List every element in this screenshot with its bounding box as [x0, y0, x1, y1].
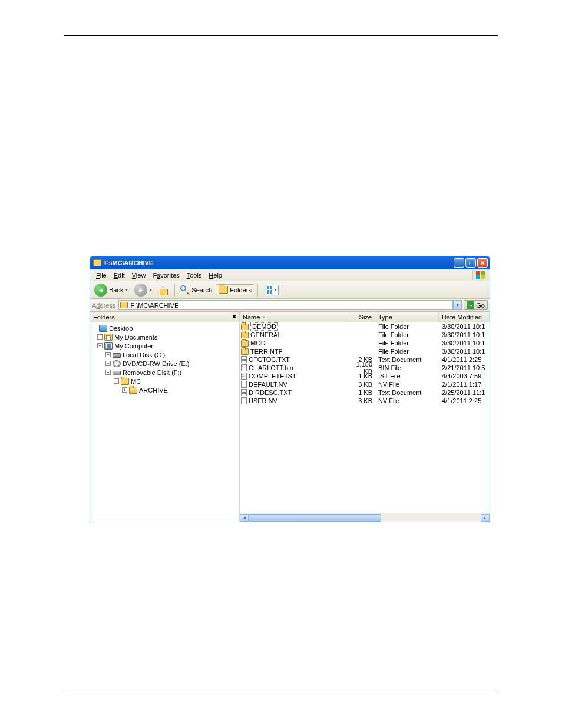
documents-icon: [104, 334, 113, 341]
menu-file[interactable]: File: [92, 271, 110, 280]
generic-icon: [241, 381, 247, 388]
views-button[interactable]: ▼: [261, 284, 281, 297]
file-name: USER.NV: [249, 397, 277, 404]
minimize-button[interactable]: _: [454, 258, 464, 268]
menu-edit[interactable]: Edit: [110, 271, 128, 280]
close-pane-button[interactable]: ✕: [232, 313, 237, 321]
cd-icon: [113, 360, 121, 367]
folder-icon: [241, 324, 249, 330]
views-icon: ▼: [266, 285, 279, 295]
bin-icon: [241, 373, 247, 380]
file-row[interactable]: DEMODFile Folder3/30/2011 10:1: [240, 322, 490, 331]
tree-mc-folder[interactable]: − MC: [91, 377, 238, 386]
window-title: F:\MC\ARCHIVE: [104, 259, 452, 266]
back-arrow-icon: ◄: [94, 284, 107, 297]
maximize-button[interactable]: □: [465, 258, 476, 268]
folder-icon: [120, 302, 128, 308]
tree-dvd-drive[interactable]: + DVD/CD-RW Drive (E:): [91, 359, 238, 368]
tree-mydocuments[interactable]: + My Documents: [91, 332, 238, 341]
folders-icon: [219, 286, 228, 294]
go-arrow-icon: →: [467, 301, 474, 309]
file-row[interactable]: MODFile Folder3/30/2011 10:1: [240, 339, 490, 347]
separator: [257, 284, 258, 297]
file-row[interactable]: TERRINTFFile Folder3/30/2011 10:1: [240, 347, 490, 355]
desktop-icon: [99, 325, 107, 332]
column-date[interactable]: Date Modified: [439, 312, 490, 322]
chevron-down-icon: ▼: [124, 288, 128, 292]
svg-rect-1: [481, 271, 485, 275]
svg-rect-3: [481, 275, 485, 279]
explorer-window: F:\MC\ARCHIVE _ □ ✕ File Edit View Favor…: [90, 256, 490, 522]
column-name[interactable]: Name ▲: [240, 312, 349, 322]
bin-icon: [241, 364, 247, 371]
file-name: MOD: [250, 340, 266, 347]
file-name: DEMOD: [250, 322, 278, 331]
file-row[interactable]: USER.NV3 KBNV File4/1/2011 2:25: [240, 397, 490, 405]
titlebar[interactable]: F:\MC\ARCHIVE _ □ ✕: [90, 256, 490, 269]
address-dropdown[interactable]: ▼: [453, 300, 462, 310]
menu-view[interactable]: View: [128, 271, 150, 280]
generic-icon: [241, 397, 247, 404]
forward-button[interactable]: ► ▼: [132, 282, 155, 298]
tree-removable-f[interactable]: − Removable Disk (F:): [91, 368, 238, 377]
menu-help[interactable]: Help: [205, 271, 226, 280]
file-row[interactable]: GENERALFile Folder3/30/2011 10:1: [240, 331, 490, 339]
column-type[interactable]: Type: [375, 312, 439, 322]
menubar: File Edit View Favorites Tools Help: [90, 269, 490, 281]
go-button[interactable]: → Go: [464, 300, 488, 310]
file-name: GENERAL: [250, 331, 282, 338]
file-row[interactable]: DEFAULT.NV3 KBNV File2/1/2011 1:17: [240, 380, 490, 388]
collapse-icon[interactable]: −: [105, 370, 111, 375]
file-name: DEFAULT.NV: [249, 381, 287, 388]
content-area: Folders ✕ Desktop + My Documents − My Co…: [90, 312, 490, 522]
folders-pane: Folders ✕ Desktop + My Documents − My Co…: [90, 312, 240, 522]
file-row[interactable]: DIRDESC.TXT1 KBText Document2/25/2011 11…: [240, 388, 490, 397]
collapse-icon[interactable]: −: [114, 378, 119, 384]
file-name: CFGTOC.TXT: [249, 356, 290, 363]
scroll-thumb[interactable]: [249, 514, 381, 522]
expand-icon[interactable]: +: [122, 387, 127, 393]
expand-icon[interactable]: +: [97, 334, 103, 340]
address-input[interactable]: F:\MC\ARCHIVE: [118, 300, 453, 310]
drive-icon: [113, 353, 121, 358]
file-name: DIRDESC.TXT: [249, 389, 292, 396]
windows-logo-icon: [472, 270, 488, 280]
menu-tools[interactable]: Tools: [183, 271, 206, 280]
search-button[interactable]: Search: [178, 284, 214, 296]
close-button[interactable]: ✕: [477, 258, 488, 268]
sort-asc-icon: ▲: [262, 315, 266, 319]
svg-rect-0: [476, 271, 480, 275]
tree-desktop[interactable]: Desktop: [91, 324, 238, 332]
horizontal-scrollbar[interactable]: ◄ ►: [240, 513, 490, 522]
file-row[interactable]: CHARLOTT.bin1,180 KBBIN File2/21/2011 10…: [240, 364, 490, 372]
file-name: COMPLETE.IST: [249, 373, 296, 380]
scroll-track[interactable]: [249, 514, 481, 522]
svg-rect-2: [476, 275, 480, 279]
tree-mycomputer[interactable]: − My Computer: [91, 341, 238, 350]
menu-favorites[interactable]: Favorites: [149, 271, 183, 280]
back-button[interactable]: ◄ Back ▼: [92, 282, 131, 298]
file-name: CHARLOTT.bin: [249, 364, 293, 371]
txt-icon: [241, 356, 247, 363]
folders-button[interactable]: Folders: [216, 284, 254, 295]
collapse-icon[interactable]: −: [97, 343, 103, 348]
folder-icon: [93, 259, 101, 266]
column-size[interactable]: Size: [349, 312, 375, 322]
file-list-pane: Name ▲ Size Type Date Modified DEMODFile…: [240, 312, 490, 522]
computer-icon: [104, 342, 113, 350]
file-name: TERRINTF: [250, 348, 282, 355]
folder-icon: [241, 340, 249, 347]
file-row[interactable]: COMPLETE.IST1 KBIST File4/4/2003 7:59: [240, 372, 490, 380]
search-icon: [180, 285, 190, 295]
txt-icon: [241, 389, 247, 396]
addressbar: Address F:\MC\ARCHIVE ▼ → Go: [90, 299, 490, 312]
scroll-left-button[interactable]: ◄: [240, 514, 249, 522]
tree-localdisk-c[interactable]: + Local Disk (C:): [91, 350, 238, 359]
chevron-down-icon: ▼: [148, 288, 153, 292]
file-list[interactable]: DEMODFile Folder3/30/2011 10:1GENERALFil…: [240, 322, 490, 522]
tree-archive-folder[interactable]: + ARCHIVE: [91, 386, 238, 394]
expand-icon[interactable]: +: [105, 361, 111, 366]
scroll-right-button[interactable]: ►: [481, 514, 490, 522]
expand-icon[interactable]: +: [105, 352, 111, 357]
up-button[interactable]: ↑: [156, 284, 171, 297]
